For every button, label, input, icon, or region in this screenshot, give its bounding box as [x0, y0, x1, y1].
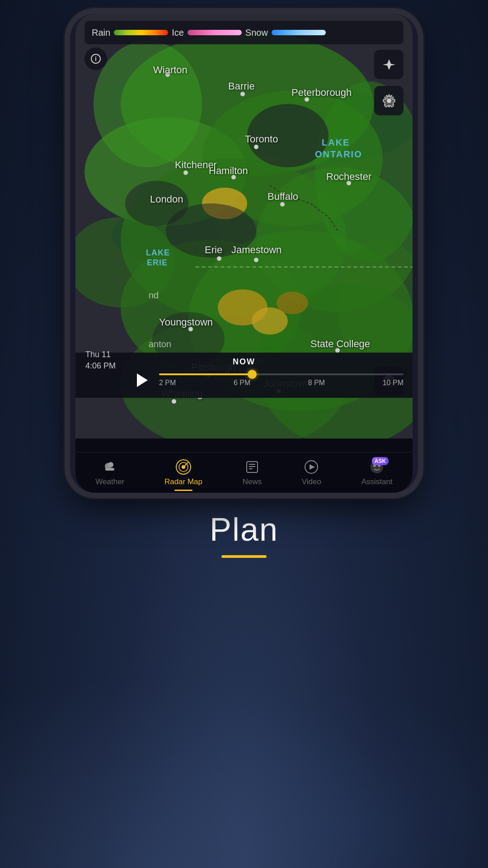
location-icon: [382, 57, 396, 72]
tick-8pm: 8 PM: [308, 379, 325, 387]
news-nav-label: News: [243, 477, 262, 486]
svg-point-38: [172, 399, 176, 404]
svg-text:Barrie: Barrie: [228, 80, 255, 92]
svg-text:Erie: Erie: [205, 244, 222, 255]
weather-nav-label: Weather: [95, 477, 124, 486]
active-indicator: [174, 490, 192, 491]
svg-text:Rochester: Rochester: [326, 171, 371, 182]
snow-label: Snow: [245, 28, 268, 38]
phone-screen: Wiarton Barrie Peterborough Toronto Kitc…: [75, 14, 413, 493]
time-display: 4:06 PM: [85, 360, 116, 372]
svg-marker-80: [310, 464, 315, 470]
radar-icon: [175, 459, 192, 475]
ice-gradient: [188, 30, 242, 35]
nav-item-weather[interactable]: Weather: [90, 455, 130, 490]
settings-button[interactable]: [374, 86, 404, 115]
svg-point-33: [254, 258, 258, 262]
timeline-control[interactable]: NOW 2 PM 6 PM 8 PM: [75, 353, 413, 398]
svg-point-18: [277, 292, 308, 314]
svg-text:Hamilton: Hamilton: [209, 165, 248, 176]
play-icon: [137, 373, 148, 387]
svg-text:ERIE: ERIE: [147, 258, 168, 267]
assistant-nav-label: Assistant: [361, 477, 393, 486]
timeline-thumb[interactable]: [248, 370, 257, 379]
radar-map[interactable]: Wiarton Barrie Peterborough Toronto Kitc…: [75, 14, 413, 439]
svg-text:LAKE: LAKE: [322, 137, 350, 147]
assistant-icon: ASK: [369, 459, 385, 475]
date-display: Thu 11: [85, 349, 116, 360]
nav-item-news[interactable]: News: [237, 455, 267, 490]
svg-point-27: [254, 145, 258, 149]
svg-point-32: [217, 256, 221, 261]
svg-rect-23: [195, 267, 412, 267]
svg-text:Jamestown: Jamestown: [231, 244, 282, 255]
nav-item-assistant[interactable]: ASK Assistant: [356, 455, 398, 490]
svg-text:nd: nd: [149, 290, 159, 300]
svg-point-28: [183, 170, 188, 175]
bottom-navigation: Weather Radar Map: [75, 452, 413, 493]
svg-text:Toronto: Toronto: [245, 133, 278, 145]
video-nav-label: Video: [302, 477, 321, 486]
svg-text:Peterborough: Peterborough: [291, 87, 352, 98]
svg-point-69: [108, 462, 113, 467]
svg-rect-70: [105, 468, 114, 471]
plan-title: Plan: [210, 511, 278, 548]
svg-text:Wiarton: Wiarton: [153, 64, 188, 75]
svg-text:Buffalo: Buffalo: [267, 191, 298, 202]
rain-label: Rain: [92, 28, 110, 38]
datetime-display: Thu 11 4:06 PM: [85, 349, 116, 372]
now-label: NOW: [84, 357, 404, 367]
play-button[interactable]: [130, 369, 152, 392]
nav-item-video[interactable]: Video: [296, 455, 327, 490]
legend-bar: Rain Ice Snow: [84, 21, 404, 44]
timeline-track: [159, 373, 404, 375]
tick-6pm: 6 PM: [234, 379, 250, 387]
svg-point-25: [240, 92, 245, 96]
radar-nav-label: Radar Map: [164, 477, 202, 486]
tick-10pm: 10 PM: [383, 379, 404, 387]
background-clouds: [0, 642, 488, 868]
snow-legend: Snow: [245, 28, 326, 38]
timeline-slider[interactable]: 2 PM 6 PM 8 PM 10 PM: [159, 373, 404, 387]
timeline-ticks: 2 PM 6 PM 8 PM 10 PM: [159, 379, 404, 387]
svg-point-67: [387, 99, 391, 103]
ask-badge: ASK: [372, 457, 389, 465]
svg-text:London: London: [150, 193, 183, 205]
tick-2pm: 2 PM: [159, 379, 176, 387]
timeline-row: 2 PM 6 PM 8 PM 10 PM: [84, 369, 404, 392]
svg-text:LAKE: LAKE: [146, 248, 170, 257]
svg-text:ONTARIO: ONTARIO: [315, 149, 362, 159]
video-icon: [303, 459, 319, 475]
snow-gradient: [272, 30, 326, 35]
phone-frame: Wiarton Barrie Peterborough Toronto Kitc…: [70, 14, 418, 493]
plan-underline: [221, 555, 267, 558]
rain-gradient: [114, 30, 168, 35]
ice-legend: Ice: [172, 28, 242, 38]
plan-section: Plan: [0, 511, 488, 558]
gear-icon: [382, 94, 396, 108]
timeline-fill: [159, 373, 252, 375]
svg-text:anton: anton: [149, 339, 171, 349]
svg-point-11: [94, 41, 202, 167]
svg-point-31: [280, 202, 285, 207]
nav-item-radar[interactable]: Radar Map: [159, 455, 208, 490]
svg-text:State College: State College: [310, 338, 370, 349]
svg-text:i: i: [95, 55, 97, 62]
news-icon: [244, 459, 260, 475]
weather-icon: [102, 459, 118, 475]
ice-label: Ice: [172, 28, 184, 38]
rain-legend: Rain: [92, 28, 168, 38]
info-button[interactable]: i: [84, 47, 107, 70]
svg-text:Youngstown: Youngstown: [159, 316, 213, 328]
location-button[interactable]: [374, 50, 404, 79]
